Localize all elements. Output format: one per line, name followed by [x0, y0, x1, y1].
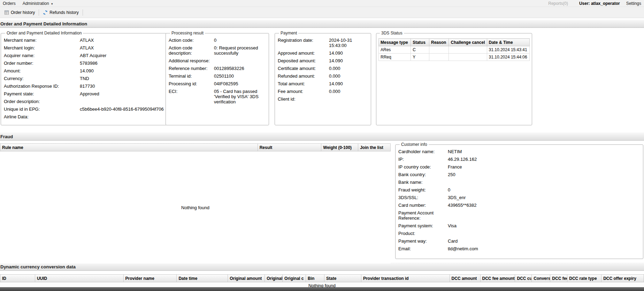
field-value: 14.090: [329, 58, 368, 63]
column-header: Date & Time: [487, 39, 529, 46]
menubar: Orders Administration ▾ Reports(0) User:…: [0, 0, 644, 7]
column-header: ID: [0, 275, 35, 282]
tab-order-history[interactable]: Order history: [1, 8, 38, 17]
field-value: France: [448, 164, 640, 170]
field-row: Total amount:14.090: [278, 81, 368, 86]
table-cell: 31.10.2024 15:44:06: [487, 54, 529, 61]
table-cell: RReq: [379, 54, 411, 61]
field-value: Approved: [80, 91, 164, 96]
chevron-down-icon: ▾: [51, 2, 53, 6]
column-header: State: [324, 275, 361, 282]
tab-refunds-history[interactable]: Refunds history: [40, 8, 82, 17]
field-label: Acquirer name:: [4, 53, 80, 58]
field-label: Bank name:: [398, 180, 448, 185]
column-header: Rule name: [0, 144, 258, 151]
field-label: Amount:: [4, 68, 80, 73]
table-cell: [449, 46, 487, 54]
field-value: [214, 58, 266, 63]
tds-status-group: 3DS Status Message type Status Reason Ch…: [376, 31, 532, 125]
field-label: Action code description:: [169, 45, 214, 56]
order-payment-section: Order and Payment Detailed Information M…: [0, 28, 644, 132]
table-cell: Y: [411, 54, 429, 61]
field-label: Email:: [398, 246, 448, 251]
column-header: DCC amount: [450, 275, 481, 282]
field-label: Registration date:: [278, 38, 329, 48]
field-label: Payment system:: [398, 223, 448, 228]
field-label: Approved amount:: [278, 50, 329, 56]
field-value: 14.090: [329, 50, 368, 56]
field-row: Fee amount:0.000: [278, 89, 368, 94]
field-row: IP country code:France: [398, 164, 640, 170]
order-history-icon: [4, 10, 9, 15]
section-header-dcc: Dynamic currency conversion data: [0, 262, 644, 271]
field-row: Email:tld@netim.com: [398, 246, 640, 251]
menu-administration[interactable]: Administration ▾: [23, 1, 53, 6]
table-header-row: Message type Status Reason Challenge can…: [379, 39, 530, 46]
column-header: DCC fee: [550, 275, 567, 282]
column-header: Provider transaction id: [361, 275, 450, 282]
menu-orders[interactable]: Orders: [3, 1, 16, 6]
field-label: Fee amount:: [278, 89, 329, 94]
table-cell: [429, 54, 449, 61]
field-row: Airline Data:: [4, 114, 164, 119]
column-header: Provider name: [124, 275, 177, 282]
field-row: 3DS/SSL:3DS_enr: [398, 195, 640, 200]
fraud-table: Rule name Result Weight (0-100) Join the…: [0, 143, 391, 264]
field-row: Unique id in EPG:c5b6bee4-b920-40f8-8516…: [4, 107, 164, 112]
field-value: 02501100: [214, 73, 266, 79]
field-label: IP country code:: [398, 164, 448, 170]
field-value: [80, 99, 164, 104]
menu-settings[interactable]: Settings: [626, 1, 641, 6]
field-value: 46.29.126.162: [448, 157, 640, 162]
field-value: TND: [80, 76, 164, 81]
menu-administration-label: Administration: [23, 1, 49, 6]
field-label: Certificate amount:: [278, 66, 329, 71]
field-value: 0.000: [329, 73, 368, 79]
field-row: Certificate amount:0.000: [278, 66, 368, 71]
tabbar: Order history Refunds history: [0, 7, 644, 18]
horizontal-scrollbar[interactable]: [0, 287, 644, 291]
payment-legend: Payment: [279, 31, 298, 36]
field-value: Visa: [448, 223, 640, 228]
field-row: Fraud weight:0: [398, 187, 640, 192]
field-value: 0: [448, 187, 640, 192]
table-cell: ARes: [379, 46, 411, 54]
field-value: 001289583226: [214, 66, 266, 71]
field-row: Bank name:: [398, 180, 640, 185]
field-row: Deposited amount:14.090: [278, 58, 368, 63]
field-label: 3DS/SSL:: [398, 195, 448, 200]
field-row: Amount:14.090: [4, 68, 164, 73]
table-row: RReq Y 31.10.2024 15:44:06: [379, 54, 530, 61]
field-label: Refunded amount:: [278, 73, 329, 79]
field-row: ECI:05 - Card has passed 'Verified by VI…: [169, 89, 266, 104]
field-value: NETIM: [448, 149, 640, 154]
field-value: 04IF082595: [214, 81, 266, 86]
column-header: DCC rate type: [567, 275, 601, 282]
section-header-order-payment: Order and Payment Detailed Information: [0, 19, 644, 28]
payment-group: Payment Registration date:2024-10-31 15:…: [275, 31, 371, 125]
field-value: 0.000: [329, 89, 368, 94]
field-value: 05 - Card has passed 'Verified by VISA' …: [214, 89, 266, 104]
table-cell: C: [411, 46, 429, 54]
field-row: Authorization Response ID:817730: [4, 84, 164, 89]
field-label: Client id:: [278, 96, 329, 102]
menubar-right: Reports(0) User: atlax_operator Settings: [548, 1, 641, 6]
field-value: 0.000: [329, 66, 368, 71]
field-value: 0: [214, 38, 266, 43]
column-header: Date time: [177, 275, 228, 282]
tds-status-legend: 3DS Status: [380, 31, 404, 36]
field-value: ATLAX: [80, 45, 164, 50]
field-row: Payment state:Approved: [4, 91, 164, 96]
column-header: Reason: [429, 39, 449, 46]
fraud-empty-state: Nothing found: [0, 151, 391, 264]
table-cell: [449, 54, 487, 61]
field-value: Card: [448, 238, 640, 244]
field-value: [329, 96, 368, 102]
customer-info-legend: Customer info: [400, 142, 429, 147]
field-value: 2024-10-31 15:43:00: [329, 38, 368, 48]
field-value: [448, 210, 640, 221]
field-row: Card number:439655**6382: [398, 203, 640, 208]
menu-reports[interactable]: Reports(0): [548, 1, 568, 6]
column-header: Status: [411, 39, 429, 46]
field-label: Fraud weight:: [398, 187, 448, 192]
